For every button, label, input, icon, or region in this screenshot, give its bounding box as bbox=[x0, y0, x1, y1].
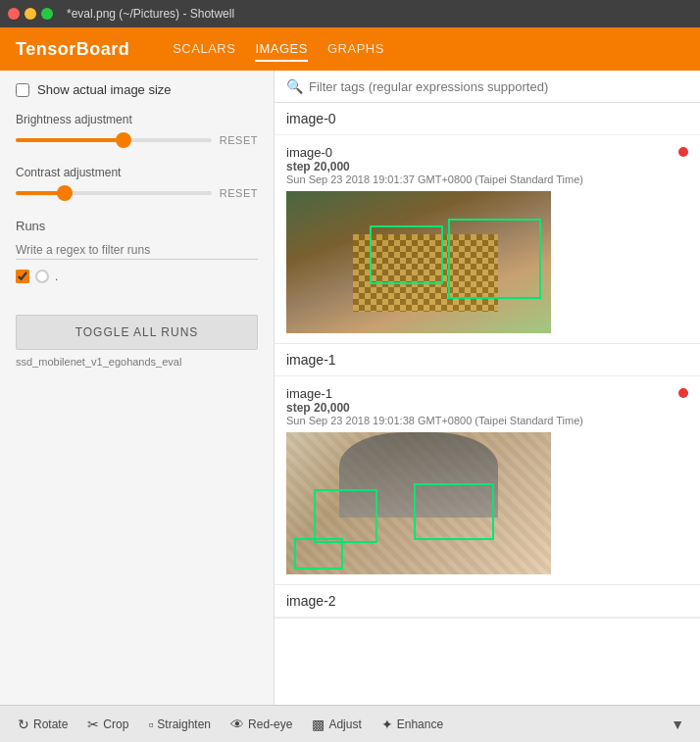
red-eye-toolbar-item[interactable]: 👁 Red-eye bbox=[221, 706, 302, 742]
rotate-icon: ↻ bbox=[18, 717, 29, 732]
image-section-0: image-0 image-0 step 20,000 Sun Sep 23 2… bbox=[275, 103, 700, 344]
straighten-label: Straighten bbox=[157, 717, 211, 731]
card-indicator-0 bbox=[678, 147, 688, 157]
card-date-0: Sun Sep 23 2018 19:01:37 GMT+0800 (Taipe… bbox=[286, 173, 583, 185]
show-image-size-row: Show actual image size bbox=[16, 82, 258, 97]
contrast-thumb[interactable] bbox=[57, 185, 73, 201]
show-image-size-label: Show actual image size bbox=[37, 82, 172, 97]
bbox-1-2 bbox=[294, 538, 343, 569]
card-step-0: step 20,000 bbox=[286, 160, 583, 173]
maximize-button[interactable] bbox=[41, 8, 53, 20]
title-bar: *eval.png (~/Pictures) - Shotwell bbox=[0, 0, 700, 27]
rotate-label: Rotate bbox=[33, 717, 68, 731]
search-bar: 🔍 bbox=[275, 71, 700, 103]
crop-label: Crop bbox=[103, 717, 128, 731]
toolbar-arrow-icon[interactable]: ▼ bbox=[663, 717, 692, 732]
search-icon: 🔍 bbox=[286, 78, 303, 94]
bbox-0-1 bbox=[448, 219, 541, 299]
brightness-section: Brightness adjustment RESET bbox=[16, 113, 258, 150]
card-title-0: image-0 bbox=[286, 145, 583, 160]
brightness-slider-row: RESET bbox=[16, 134, 258, 146]
section-header-2: image-2 bbox=[275, 585, 700, 618]
window-buttons[interactable] bbox=[8, 8, 53, 20]
runs-filter-input[interactable] bbox=[16, 241, 258, 260]
sidebar: Show actual image size Brightness adjust… bbox=[0, 71, 275, 705]
bbox-1-0 bbox=[314, 489, 377, 543]
runs-section: Runs . bbox=[16, 219, 258, 283]
search-input[interactable] bbox=[309, 79, 688, 94]
minimize-button[interactable] bbox=[25, 8, 36, 20]
main-layout: Show actual image size Brightness adjust… bbox=[0, 71, 700, 705]
brightness-slider[interactable] bbox=[16, 138, 212, 142]
sidebar-bottom: TOGGLE ALL RUNS ssd_mobilenet_v1_egohand… bbox=[16, 315, 258, 368]
nav-graphs[interactable]: GRAPHS bbox=[327, 37, 384, 62]
rotate-toolbar-item[interactable]: ↻ Rotate bbox=[8, 706, 77, 742]
step-label-1: step bbox=[286, 401, 311, 415]
bottom-toolbar: ↻ Rotate ✂ Crop ▫ Straighten 👁 Red-eye ▩… bbox=[0, 705, 700, 742]
run-circle-icon bbox=[35, 270, 49, 283]
nav-bar: TensorBoard SCALARS IMAGES GRAPHS bbox=[0, 27, 700, 71]
nav-scalars[interactable]: SCALARS bbox=[173, 37, 235, 62]
enhance-label: Enhance bbox=[397, 717, 443, 731]
runs-list: . bbox=[16, 270, 258, 283]
image-card-0: image-0 step 20,000 Sun Sep 23 2018 19:0… bbox=[275, 135, 700, 343]
image-card-1: image-1 step 20,000 Sun Sep 23 2018 19:0… bbox=[275, 376, 700, 584]
adjust-label: Adjust bbox=[328, 717, 361, 731]
run-dot-label: . bbox=[55, 270, 58, 283]
section-header-1: image-1 bbox=[275, 344, 700, 376]
red-eye-label: Red-eye bbox=[248, 717, 292, 731]
toggle-runs-button[interactable]: TOGGLE ALL RUNS bbox=[16, 315, 258, 350]
step-label-0: step bbox=[286, 160, 311, 173]
enhance-toolbar-item[interactable]: ✦ Enhance bbox=[372, 706, 453, 742]
contrast-slider[interactable] bbox=[16, 191, 212, 195]
card-date-1: Sun Sep 23 2018 19:01:38 GMT+0800 (Taipe… bbox=[286, 415, 583, 426]
card-step-1: step 20,000 bbox=[286, 401, 583, 415]
step-value-1: 20,000 bbox=[314, 401, 350, 415]
image-section-2: image-2 bbox=[275, 585, 700, 618]
step-value-0: 20,000 bbox=[314, 160, 350, 173]
close-button[interactable] bbox=[8, 8, 20, 20]
card-indicator-1 bbox=[678, 388, 688, 398]
enhance-icon: ✦ bbox=[381, 717, 393, 732]
brightness-label: Brightness adjustment bbox=[16, 113, 258, 126]
section-header-0: image-0 bbox=[275, 103, 700, 135]
contrast-track bbox=[16, 191, 212, 195]
straighten-icon: ▫ bbox=[148, 717, 153, 732]
card-title-1: image-1 bbox=[286, 386, 583, 401]
contrast-slider-row: RESET bbox=[16, 187, 258, 199]
bbox-1-1 bbox=[414, 483, 494, 540]
brightness-track bbox=[16, 138, 212, 142]
card-image-0 bbox=[286, 191, 551, 333]
brand-logo: TensorBoard bbox=[16, 39, 129, 60]
window-title: *eval.png (~/Pictures) - Shotwell bbox=[67, 7, 234, 21]
contrast-label: Contrast adjustment bbox=[16, 166, 258, 179]
red-eye-icon: 👁 bbox=[230, 717, 244, 732]
run-name-label: ssd_mobilenet_v1_egohands_eval bbox=[16, 356, 258, 368]
nav-items: SCALARS IMAGES GRAPHS bbox=[173, 37, 384, 62]
run-checkbox[interactable] bbox=[16, 270, 29, 283]
runs-label: Runs bbox=[16, 219, 258, 233]
straighten-toolbar-item[interactable]: ▫ Straighten bbox=[138, 706, 221, 742]
brightness-reset-button[interactable]: RESET bbox=[220, 134, 258, 146]
crop-icon: ✂ bbox=[87, 717, 99, 732]
brightness-fill bbox=[16, 138, 124, 142]
contrast-reset-button[interactable]: RESET bbox=[220, 187, 258, 199]
card-image-1 bbox=[286, 432, 551, 574]
image-section-1: image-1 image-1 step 20,000 Sun Sep 23 2… bbox=[275, 344, 700, 585]
adjust-toolbar-item[interactable]: ▩ Adjust bbox=[302, 706, 371, 742]
bbox-0-0 bbox=[370, 225, 443, 284]
contrast-section: Contrast adjustment RESET bbox=[16, 166, 258, 203]
content-area: 🔍 image-0 image-0 step 20,000 bbox=[275, 71, 700, 705]
adjust-icon: ▩ bbox=[312, 717, 325, 732]
nav-images[interactable]: IMAGES bbox=[255, 37, 308, 62]
show-image-size-checkbox[interactable] bbox=[16, 83, 29, 97]
brightness-thumb[interactable] bbox=[116, 132, 131, 148]
crop-toolbar-item[interactable]: ✂ Crop bbox=[77, 706, 138, 742]
image-sections: image-0 image-0 step 20,000 Sun Sep 23 2… bbox=[275, 103, 700, 705]
